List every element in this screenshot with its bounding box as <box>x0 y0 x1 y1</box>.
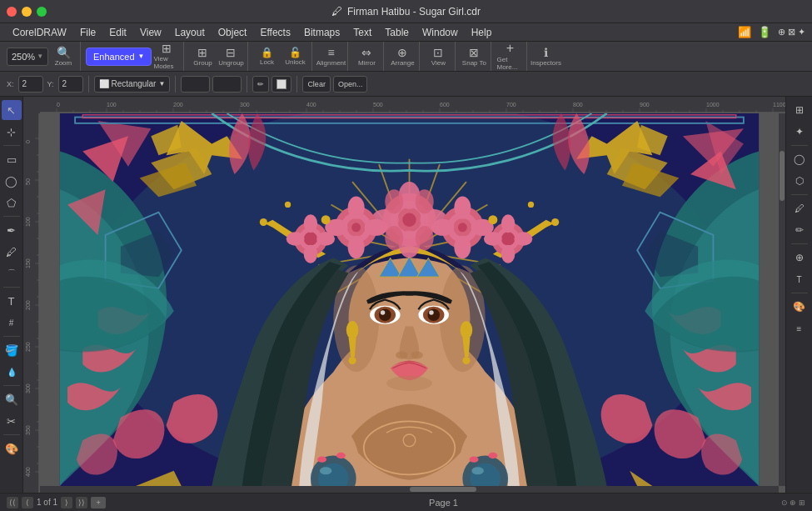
enhanced-button[interactable]: Enhanced ▼ <box>86 48 152 66</box>
rpanel-nodes-btn[interactable]: ✦ <box>790 122 810 142</box>
polygon-tool[interactable]: ⬠ <box>2 193 22 213</box>
svg-point-147 <box>348 196 365 218</box>
first-page-btn[interactable]: ⟨⟨ <box>7 497 18 508</box>
text-tool[interactable]: T <box>2 291 22 311</box>
rpanel-color-btn[interactable]: 🎨 <box>790 297 810 317</box>
ellipse-tool[interactable]: ◯ <box>2 171 22 191</box>
rpanel-add-btn[interactable]: ⊕ <box>790 248 810 268</box>
zoom-input[interactable]: 250% ▼ <box>7 48 48 66</box>
svg-text:0: 0 <box>25 140 31 143</box>
inspectors-button[interactable]: ℹ Inspectors <box>532 45 559 68</box>
zoom-dropdown-icon[interactable]: ▼ <box>37 53 43 60</box>
view-modes-group: Enhanced ▼ ⊞ View Modes <box>82 42 184 71</box>
select-tool[interactable]: ↖ <box>2 100 22 120</box>
next-page-btn[interactable]: ⟩ <box>61 497 72 508</box>
rpanel-properties-btn[interactable]: ≡ <box>790 318 810 338</box>
horizontal-scrollbar[interactable] <box>40 486 779 493</box>
svg-point-183 <box>386 376 432 391</box>
arrange-button[interactable]: ⊕ Arrange <box>389 45 416 68</box>
snap-button[interactable]: ⊠ Snap To <box>461 45 487 68</box>
horizontal-scroll-thumb[interactable] <box>410 487 476 492</box>
svg-point-146 <box>351 223 361 232</box>
getmore-button[interactable]: + Get More... <box>496 45 523 68</box>
svg-text:1100: 1100 <box>773 102 785 108</box>
zoom-button[interactable]: 🔍 Zoom <box>50 45 77 68</box>
canvas-content[interactable] <box>40 113 779 486</box>
y-coord-label: Y: <box>47 79 54 88</box>
crop-tool[interactable]: ✂ <box>2 411 22 431</box>
menu-help[interactable]: Help <box>466 25 498 40</box>
prop-clear-btn[interactable]: ✏ <box>252 76 269 93</box>
menu-layout[interactable]: Layout <box>169 25 211 40</box>
close-button[interactable] <box>7 7 17 17</box>
mirror-button[interactable]: ⇔ Mirror <box>353 45 380 68</box>
unlock-button[interactable]: 🔓 Unlock <box>281 45 308 68</box>
clear-button[interactable]: Clear <box>302 76 331 93</box>
menu-text[interactable]: Text <box>347 25 377 40</box>
group-button[interactable]: ⊞ Group <box>189 45 216 68</box>
alignment-button[interactable]: ≡ Alignment <box>317 45 344 68</box>
svg-point-142 <box>416 226 434 250</box>
rectangle-tool[interactable]: ▭ <box>2 149 22 169</box>
menu-coreldraw[interactable]: CorelDRAW <box>7 25 72 40</box>
maximize-button[interactable] <box>37 7 47 17</box>
mirror-group: ⇔ Mirror <box>350 42 384 71</box>
pen-tool[interactable]: ✒ <box>2 220 22 240</box>
fill-tool[interactable]: 🪣 <box>2 340 22 360</box>
svg-text:300: 300 <box>240 102 250 108</box>
freehand-tool[interactable]: 🖊 <box>2 242 22 262</box>
mirror-icon: ⇔ <box>361 47 371 58</box>
dropper-tool[interactable]: 💧 <box>2 362 22 382</box>
table-tool[interactable]: # <box>2 313 22 333</box>
menu-file[interactable]: File <box>74 25 102 40</box>
menu-bitmaps[interactable]: Bitmaps <box>298 25 346 40</box>
prev-page-btn[interactable]: ⟨ <box>22 497 33 508</box>
canvas-area[interactable]: 0 100 200 300 400 500 600 700 800 900 10… <box>23 97 785 493</box>
color-picker-tool[interactable]: 🎨 <box>2 438 22 458</box>
last-page-btn[interactable]: ⟩⟩ <box>76 497 87 508</box>
alignment-icon: ≡ <box>327 47 334 58</box>
svg-text:300: 300 <box>25 383 31 393</box>
menu-table[interactable]: Table <box>379 25 415 40</box>
title-bar-center: 🖊 Firman Hatibu - Sugar Girl.cdr <box>331 5 481 18</box>
zoom-tool[interactable]: 🔍 <box>2 389 22 409</box>
view-button[interactable]: ⊡ View <box>425 45 451 68</box>
minimize-button[interactable] <box>22 7 32 17</box>
x-coord-value[interactable]: 2 <box>18 76 43 93</box>
shape-select[interactable]: ⬜ Rectangular ▼ <box>94 76 171 93</box>
artwork-svg <box>40 113 779 486</box>
open-button[interactable]: Open... <box>333 76 368 93</box>
rpanel-circle-btn[interactable]: ◯ <box>790 149 810 169</box>
rpanel-draw-btn[interactable]: 🖊 <box>790 198 810 218</box>
bezier-tool[interactable]: ⌒ <box>2 263 22 283</box>
pencil-icon: ✏ <box>257 80 264 88</box>
ruler-horizontal: 0 100 200 300 400 500 600 700 800 900 10… <box>40 97 785 113</box>
rpanel-snap-btn[interactable]: ⊞ <box>790 100 810 120</box>
menu-object[interactable]: Object <box>212 25 253 40</box>
subselect-tool[interactable]: ⊹ <box>2 122 22 142</box>
ungroup-button[interactable]: ⊟ Ungroup <box>217 45 244 68</box>
rpanel-text-btn[interactable]: T <box>790 269 810 289</box>
svg-text:200: 200 <box>25 300 31 310</box>
prop-val-1[interactable] <box>181 76 210 93</box>
menu-view[interactable]: View <box>134 25 167 40</box>
vertical-scrollbar[interactable] <box>779 113 785 486</box>
menu-effects[interactable]: Effects <box>254 25 296 40</box>
lock-button[interactable]: 🔒 Lock <box>253 45 280 68</box>
y-coord-value[interactable]: 2 <box>58 76 83 93</box>
svg-text:150: 150 <box>25 258 31 268</box>
svg-point-188 <box>336 453 346 458</box>
rpanel-polygon-btn[interactable]: ⬡ <box>790 171 810 191</box>
wifi-icon: 📶 <box>738 26 751 38</box>
prop-val-2[interactable] <box>212 76 242 93</box>
view-modes-button[interactable]: ⊞ View Modes <box>153 45 180 68</box>
menu-bar: CorelDRAW File Edit View Layout Object E… <box>0 23 812 42</box>
rpanel-edit-btn[interactable]: ✏ <box>790 220 810 240</box>
prop-color-btn[interactable] <box>271 76 291 93</box>
rpanel-sep-4 <box>791 293 808 293</box>
vertical-scroll-thumb[interactable] <box>780 151 785 201</box>
menu-window[interactable]: Window <box>416 25 464 40</box>
add-page-btn[interactable]: + <box>91 497 106 508</box>
group-icon: ⊞ <box>197 47 207 58</box>
menu-edit[interactable]: Edit <box>103 25 132 40</box>
